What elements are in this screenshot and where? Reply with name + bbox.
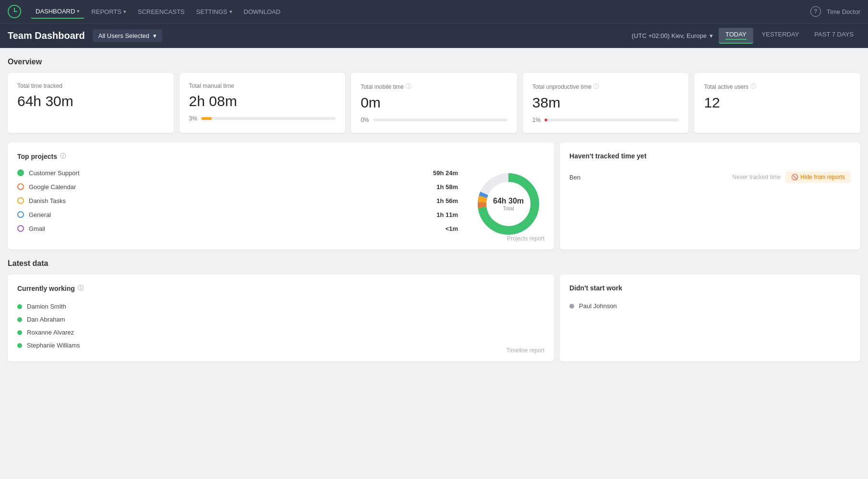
nav-user-label[interactable]: Time Doctor — [827, 8, 860, 15]
nav-reports[interactable]: REPORTS ▾ — [86, 5, 131, 18]
currently-working-title: Currently working ⓘ — [17, 284, 544, 292]
green-dot-0 — [17, 304, 22, 309]
top-projects-info-icon[interactable]: ⓘ — [60, 152, 66, 160]
card-unproductive-percent: 1% — [532, 117, 541, 123]
user-selector[interactable]: All Users Selected ▾ — [93, 29, 162, 42]
working-user-2: Roxanne Alvarez — [27, 329, 74, 336]
timezone-chevron-icon: ▾ — [710, 32, 713, 39]
project-dot-1 — [17, 183, 24, 190]
green-dot-3 — [17, 343, 22, 348]
project-row-2: Danish Tasks 1h 56m — [17, 197, 458, 204]
card-mobile-bar-row: 0% — [361, 117, 507, 123]
didnt-start-list: Paul Johnson — [569, 299, 851, 312]
nav-screencasts[interactable]: SCREENCASTS — [133, 5, 190, 18]
project-row-4: Gmail <1m — [17, 225, 458, 232]
card-unproductive-value: 38m — [532, 95, 679, 111]
card-mobile-time-label: Total mobile time ⓘ — [361, 83, 507, 91]
timeline-report-link[interactable]: Timeline report — [506, 347, 544, 354]
card-mobile-percent: 0% — [361, 117, 369, 123]
project-name-0: Customer Support — [29, 169, 428, 177]
card-unproductive-label: Total unproductive time ⓘ — [532, 83, 679, 91]
active-tab-underline — [725, 39, 747, 40]
project-time-3: 1h 11m — [436, 211, 458, 218]
green-dot-1 — [17, 317, 22, 322]
haven-actions: Never tracked time 🚫 Hide from reports — [733, 171, 851, 183]
project-dot-3 — [17, 211, 24, 218]
nav-dashboard[interactable]: DASHBOARD ▾ — [31, 5, 84, 19]
nav-download[interactable]: DOWNLOAD — [239, 5, 286, 18]
active-users-info-icon[interactable]: ⓘ — [750, 83, 756, 91]
working-user-0: Damion Smith — [27, 303, 66, 310]
date-tabs: TODAY YESTERDAY PAST 7 DAYS — [719, 28, 860, 44]
settings-chevron-icon: ▾ — [229, 9, 232, 15]
subheader: Team Dashboard All Users Selected ▾ (UTC… — [0, 23, 868, 48]
projects-report-link[interactable]: Projects report — [507, 235, 544, 242]
card-manual-bar-row: 3% — [189, 115, 336, 122]
havent-tracked-panel: Haven't tracked time yet Ben Never track… — [560, 143, 860, 250]
working-user-3: Stephanie Williams — [27, 342, 80, 349]
latest-section: Currently working ⓘ Damion Smith Dan Abr… — [8, 275, 860, 361]
overview-title: Overview — [8, 58, 860, 66]
latest-data-title: Latest data — [8, 259, 860, 268]
project-row-1: Google Calendar 1h 58m — [17, 183, 458, 191]
hide-btn-label: Hide from reports — [800, 174, 845, 180]
currently-working-panel: Currently working ⓘ Damion Smith Dan Abr… — [8, 275, 554, 361]
user-selector-label: All Users Selected — [98, 32, 149, 39]
donut-total-sub: Total — [493, 205, 524, 211]
card-unproductive-bar-row: 1% — [532, 117, 679, 123]
tab-past7days[interactable]: PAST 7 DAYS — [808, 28, 860, 44]
donut-label: 64h 30m Total — [493, 197, 524, 211]
tab-yesterday[interactable]: YESTERDAY — [755, 28, 806, 44]
unproductive-info-icon[interactable]: ⓘ — [593, 83, 599, 91]
working-row-3: Stephanie Williams — [17, 339, 544, 352]
card-mobile-time-value: 0m — [361, 95, 507, 111]
dashboard-chevron-icon: ▾ — [77, 8, 80, 14]
didnt-start-panel: Didn't start work Paul Johnson — [560, 275, 860, 361]
project-dot-4 — [17, 225, 24, 232]
card-active-users-value: 12 — [704, 95, 851, 111]
subheader-left: Team Dashboard All Users Selected ▾ — [8, 29, 162, 42]
top-nav: DASHBOARD ▾ REPORTS ▾ SCREENCASTS SETTIN… — [0, 0, 868, 23]
green-dot-2 — [17, 330, 22, 335]
project-name-4: Gmail — [29, 225, 441, 232]
project-time-4: <1m — [446, 225, 458, 232]
working-user-1: Dan Abraham — [27, 316, 65, 323]
working-row-2: Roxanne Alvarez — [17, 326, 544, 339]
gray-dot-0 — [569, 304, 574, 309]
nav-settings[interactable]: SETTINGS ▾ — [192, 5, 237, 18]
project-time-2: 1h 56m — [436, 197, 458, 204]
app-logo[interactable] — [8, 5, 21, 18]
didnt-start-title: Didn't start work — [569, 284, 851, 292]
subheader-right: (UTC +02:00) Kiev, Europe ▾ TODAY YESTER… — [632, 28, 860, 44]
project-dot-0 — [17, 169, 24, 176]
card-mobile-time: Total mobile time ⓘ 0m 0% — [351, 73, 517, 133]
timezone-selector[interactable]: (UTC +02:00) Kiev, Europe ▾ — [632, 32, 713, 39]
project-name-1: Google Calendar — [29, 183, 432, 191]
reports-chevron-icon: ▾ — [123, 9, 126, 15]
card-active-users: Total active users ⓘ 12 — [694, 73, 860, 133]
working-row-0: Damion Smith — [17, 300, 544, 313]
card-manual-bar-fill — [201, 117, 212, 120]
donut-total-value: 64h 30m — [493, 197, 524, 205]
project-name-2: Danish Tasks — [29, 197, 432, 204]
haven-row-0: Ben Never tracked time 🚫 Hide from repor… — [569, 168, 851, 187]
card-manual-time-label: Total manual time — [189, 83, 336, 89]
help-icon[interactable]: ? — [810, 6, 821, 17]
project-time-1: 1h 58m — [436, 183, 458, 191]
card-unproductive-bar-fill — [544, 119, 547, 121]
card-unproductive-time: Total unproductive time ⓘ 38m 1% — [523, 73, 689, 133]
tab-today[interactable]: TODAY — [719, 28, 753, 44]
page-title: Team Dashboard — [8, 30, 85, 41]
didnt-start-user-0: Paul Johnson — [579, 302, 617, 310]
project-dot-2 — [17, 197, 24, 204]
hide-from-reports-button[interactable]: 🚫 Hide from reports — [785, 171, 851, 183]
mobile-info-icon[interactable]: ⓘ — [406, 83, 411, 91]
card-unproductive-bar-bg — [544, 119, 679, 121]
hide-btn-icon: 🚫 — [791, 174, 798, 180]
projects-layout: Customer Support 59h 24m Google Calendar… — [17, 168, 544, 240]
haven-user-name: Ben — [569, 174, 580, 181]
user-selector-chevron-icon: ▾ — [153, 32, 157, 39]
card-manual-percent: 3% — [189, 115, 197, 122]
project-time-0: 59h 24m — [433, 169, 458, 177]
currently-working-info-icon[interactable]: ⓘ — [78, 284, 84, 292]
